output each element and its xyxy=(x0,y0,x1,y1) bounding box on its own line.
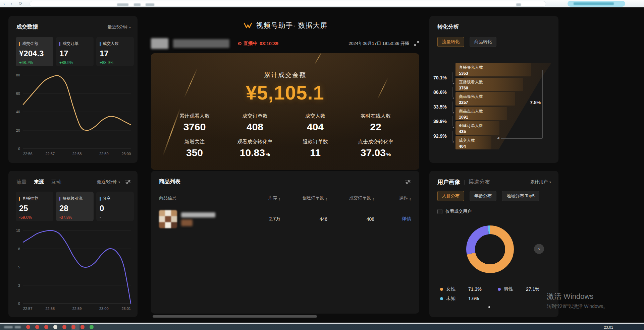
tab-divider xyxy=(464,180,465,185)
funnel-bar: 直播观看人数3760 xyxy=(455,78,523,91)
svg-text:23:00: 23:00 xyxy=(121,152,131,156)
taskbar-app-icon[interactable] xyxy=(80,325,85,329)
product-panel-title: 商品列表 xyxy=(159,178,180,185)
legend-item-female: 女性 71.3% xyxy=(440,286,482,292)
product-title-blur xyxy=(181,212,215,217)
funnel-arrow-icon: ▸ xyxy=(453,140,454,143)
overall-conversion-rate: 7.5% xyxy=(521,100,541,105)
source-range-dropdown[interactable]: 最近5分钟▾ xyxy=(97,179,120,185)
taskbar-app-icon[interactable] xyxy=(71,325,75,329)
marker-icon xyxy=(59,42,60,46)
taskbar-app-icon[interactable] xyxy=(53,325,57,329)
col-actions-sort[interactable]: 操作▲▼ xyxy=(374,195,411,201)
stat-card-short-video[interactable]: 短视频引流 28 -37.8% xyxy=(56,192,94,221)
tab-interaction[interactable]: 互动 xyxy=(51,179,61,185)
caret-down-icon: ▾ xyxy=(549,180,551,184)
marker-icon xyxy=(59,197,60,201)
tab-traffic-conversion[interactable]: 流量转化 xyxy=(437,37,464,47)
hero-stat: 成交订单数408 xyxy=(243,113,268,133)
tab-source[interactable]: 来源 xyxy=(34,179,44,185)
conversion-analysis-panel: 转化分析 流量转化 商品转化 直播曝光人数5363直播观看人数3760商品曝光人… xyxy=(429,16,558,163)
stat-card-deal-orders[interactable]: 成交订单 17 +88.9% xyxy=(56,37,94,66)
browser-top-bar: ‹ › ⟳ xyxy=(0,0,644,7)
stat-card-share[interactable]: 分享 0 - xyxy=(96,192,134,221)
browser-extension-pill[interactable] xyxy=(568,1,625,7)
product-table-row: 2.7万 446 408 详情 xyxy=(159,206,411,233)
taskbar-app-icon[interactable] xyxy=(62,325,66,329)
tab-product-conversion[interactable]: 商品转化 xyxy=(470,37,496,47)
hero-stat: 退款订单数11 xyxy=(303,139,328,158)
tab-age-distribution[interactable]: 年龄分布 xyxy=(470,191,496,201)
svg-text:22:58: 22:58 xyxy=(72,152,82,156)
bookmark-star-icon[interactable] xyxy=(516,3,521,6)
product-detail-link[interactable]: 详情 xyxy=(374,216,411,222)
carousel-next-button[interactable]: › xyxy=(534,244,544,254)
browser-address-bar[interactable] xyxy=(30,1,546,7)
browser-refresh-icon[interactable]: ⟳ xyxy=(19,1,22,6)
funnel-arrow-icon: ▸ xyxy=(453,125,454,129)
tab-gender-distribution[interactable]: 人群分布 xyxy=(437,191,464,201)
taskbar-start-blur[interactable] xyxy=(4,326,13,328)
filter-settings-icon[interactable] xyxy=(405,180,411,184)
audience-range-dropdown[interactable]: 累计用户▾ xyxy=(530,179,551,185)
conversion-panel-title: 转化分析 xyxy=(437,23,459,30)
col-deal-orders-sort[interactable]: 成交订单数▲▼ xyxy=(327,195,374,201)
carousel-page-dot[interactable] xyxy=(488,306,490,308)
delta-badge: +88.9% xyxy=(59,60,90,65)
stream-info-bar: 直播中 03:10:39 2024年06月17日 19:50:36 开播 xyxy=(151,38,419,50)
stat-card-deal-amount[interactable]: 成交金额 ¥204.3 +68.7% xyxy=(16,37,53,66)
tab-user-profile[interactable]: 用户画像 xyxy=(437,178,460,186)
windows-taskbar: 23:01 xyxy=(0,324,644,330)
address-text-blur xyxy=(117,3,128,6)
deal-range-dropdown[interactable]: 最近5分钟▾ xyxy=(108,24,131,30)
stat-card-live-recommend[interactable]: 直播推荐 25 -59.0% xyxy=(16,192,53,221)
svg-text:23:01: 23:01 xyxy=(121,307,131,311)
tab-region-distribution[interactable]: 地域分布 Top5 xyxy=(502,191,539,201)
delta-badge: - xyxy=(100,215,130,220)
browser-forward-icon[interactable]: › xyxy=(11,1,12,6)
legend-dot-icon xyxy=(498,288,501,291)
stat-card-deal-buyers[interactable]: 成交人数 17 +88.9% xyxy=(96,37,134,66)
deal-users-only-checkbox[interactable]: 仅看成交用户 xyxy=(437,208,472,214)
user-profile-panel: 用户画像 渠道分布 累计用户▾ 人群分布 年龄分布 地域分布 Top5 仅看成交… xyxy=(429,171,558,317)
filter-settings-icon[interactable] xyxy=(125,180,131,184)
deal-panel-title: 成交数据 xyxy=(16,23,38,30)
taskbar-search-blur[interactable] xyxy=(15,326,21,328)
sort-icon: ▲▼ xyxy=(409,198,411,201)
col-created-orders-sort[interactable]: 创建订单数▲▼ xyxy=(280,195,327,201)
svg-text:80: 80 xyxy=(16,73,20,77)
marker-icon xyxy=(19,197,20,201)
funnel-step-rate: 39.9% xyxy=(433,119,453,124)
funnel-bar: 直播曝光人数5363 xyxy=(455,63,531,76)
gmv-stats-grid: 累计观看人数3760 成交订单数408 成交人数404 实时在线人数22 新增关… xyxy=(164,113,406,161)
tab-traffic[interactable]: 流量 xyxy=(16,179,26,185)
taskbar-app-icon[interactable] xyxy=(44,325,48,329)
fullscreen-expand-icon[interactable] xyxy=(414,41,419,46)
product-created-orders: 446 xyxy=(280,216,327,222)
address-text-blur xyxy=(146,3,154,6)
taskbar-app-icon[interactable] xyxy=(26,325,30,329)
taskbar-app-icon[interactable] xyxy=(90,325,94,329)
taskbar-clock[interactable]: 23:01 xyxy=(604,325,613,329)
funnel-bar: 成交人数404 xyxy=(455,136,491,149)
browser-back-icon[interactable]: ‹ xyxy=(3,1,5,6)
svg-text:22:57: 22:57 xyxy=(23,307,33,311)
deal-trend-line-chart: 02040608022:5622:5722:5822:5923:00 xyxy=(11,70,135,158)
delta-badge: -37.8% xyxy=(59,215,90,220)
tab-channel-distribution[interactable]: 渠道分布 xyxy=(469,179,490,186)
horizontal-scrollbar[interactable] xyxy=(153,315,317,318)
funnel-bar: 创建订单人数435 xyxy=(455,121,499,135)
overall-rate-line xyxy=(542,70,543,138)
col-stock-sort[interactable]: 库存▲▼ xyxy=(248,195,280,201)
funnel-arrow-icon: ▸ xyxy=(453,96,454,100)
delta-badge: -59.0% xyxy=(19,215,50,220)
svg-text:3: 3 xyxy=(18,283,20,287)
live-status-badge: 直播中 03:10:39 xyxy=(238,41,278,47)
streamer-name-blur xyxy=(173,39,229,48)
funnel-step-rate: 70.1% xyxy=(433,75,453,80)
svg-text:60: 60 xyxy=(16,91,20,95)
taskbar-app-icon[interactable] xyxy=(35,325,39,329)
checkbox-icon[interactable] xyxy=(437,209,442,214)
marker-icon xyxy=(100,42,101,46)
delta-badge: +68.7% xyxy=(19,60,50,65)
